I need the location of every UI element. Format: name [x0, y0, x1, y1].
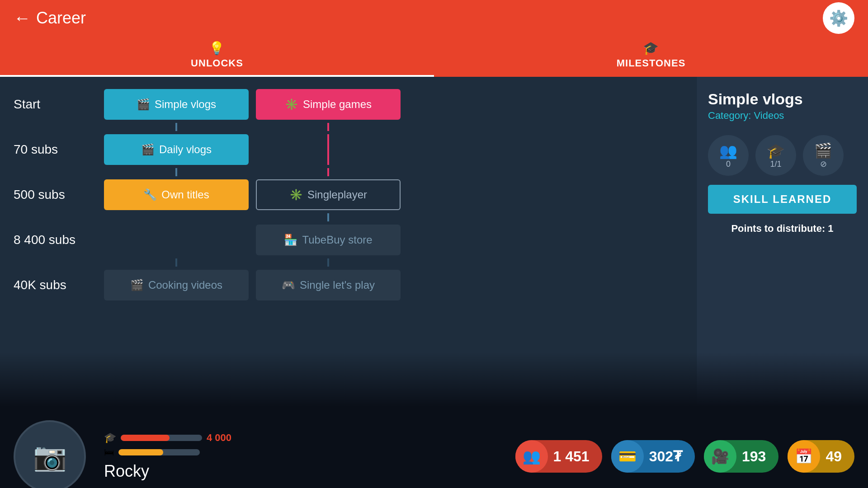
- skill-single-lets-play[interactable]: 🎮 Single let's play: [256, 270, 401, 300]
- cooking-icon: 🎬: [130, 279, 144, 291]
- tab-milestones-label: MILESTONES: [617, 57, 686, 69]
- tree-row-start: Start 🎬 Simple vlogs ✳️ Simple games: [14, 86, 683, 123]
- stat-views: 🎥 193: [704, 440, 778, 473]
- money-value: 302₮: [649, 448, 682, 465]
- own-titles-icon: 🔧: [143, 188, 157, 201]
- panel-header: Simple vlogs Category: Videos: [708, 90, 857, 122]
- row-label-8400subs: 8 400 subs: [14, 233, 104, 247]
- skill-simple-vlogs[interactable]: 🎬 Simple vlogs: [104, 89, 249, 120]
- avatar: 📷: [14, 420, 86, 488]
- money-icon: 💳: [618, 448, 637, 465]
- days-value: 49: [826, 448, 842, 465]
- connector-v-3: [327, 213, 329, 221]
- row-cells-8400subs: 🏪 TubeBuy store: [104, 225, 683, 255]
- cap-count: 1/1: [770, 160, 781, 169]
- row-cells-500subs: 🔧 Own titles ✳️ Singleplayer: [104, 179, 683, 210]
- simple-games-label: Simple games: [303, 98, 372, 111]
- bottom-bar: 📷 🎓 4 000 🛏 Rocky 👥 1 451: [0, 425, 868, 488]
- row-label-70subs: 70 subs: [14, 142, 104, 157]
- panel-icon-users[interactable]: 👥 0: [708, 135, 749, 176]
- skill-tubebuy[interactable]: 🏪 TubeBuy store: [256, 225, 401, 255]
- daily-vlogs-label: Daily vlogs: [159, 143, 212, 156]
- subs-icon-circle: 👥: [515, 440, 548, 473]
- views-value: 193: [742, 448, 766, 465]
- stats-row: 👥 1 451 💳 302₮ 🎥 193 📅 49: [515, 440, 854, 473]
- row-cells-40ksubs: 🎬 Cooking videos 🎮 Single let's play: [104, 270, 683, 300]
- xp-bar-track: [121, 435, 202, 441]
- cooking-label: Cooking videos: [148, 279, 222, 291]
- connector-v-1: [175, 123, 177, 131]
- connector-v-4a: [175, 258, 177, 267]
- panel-icon-film[interactable]: 🎬 ⊘: [803, 135, 844, 176]
- simple-games-icon: ✳️: [285, 98, 298, 111]
- xp-icon: 🎓: [104, 432, 116, 444]
- skill-singleplayer[interactable]: ✳️ Singleplayer: [256, 179, 401, 210]
- users-count: 0: [726, 160, 731, 169]
- days-icon-circle: 📅: [788, 440, 820, 473]
- row-cells-start: 🎬 Simple vlogs ✳️ Simple games: [104, 89, 683, 120]
- header-back[interactable]: ← Career: [14, 9, 86, 28]
- stat-subs: 👥 1 451: [515, 440, 602, 473]
- tab-unlocks-label: UNLOCKS: [191, 57, 243, 69]
- coins-bar-track: [118, 449, 200, 455]
- header: ← Career ⚙️ 💡 UNLOCKS 🎓 MILESTONES: [0, 0, 868, 77]
- user-info: 🎓 4 000 🛏 Rocky: [104, 432, 231, 481]
- users-icon: 👥: [719, 142, 737, 160]
- back-arrow-icon[interactable]: ←: [14, 9, 31, 28]
- tree-row-500subs: 500 subs 🔧 Own titles ✳️ Singleplayer: [14, 176, 683, 213]
- connector-v-pink-1: [327, 123, 329, 131]
- panel-icons: 👥 0 🎓 1/1 🎬 ⊘: [708, 135, 857, 176]
- simple-vlogs-label: Simple vlogs: [155, 98, 216, 111]
- simple-vlogs-icon: 🎬: [137, 98, 150, 111]
- points-text: Points to distribute: 1: [708, 223, 857, 235]
- money-icon-circle: 💳: [611, 440, 644, 473]
- cap-icon: 🎓: [767, 142, 785, 160]
- page-title: Career: [36, 9, 86, 28]
- row-cells-70subs: 🎬 Daily vlogs: [104, 134, 683, 165]
- singleplayer-icon: ✳️: [289, 188, 303, 201]
- views-icon: 🎥: [711, 448, 729, 465]
- tubebuy-icon: 🏪: [284, 234, 297, 246]
- subs-icon: 👥: [523, 448, 541, 465]
- skill-cooking[interactable]: 🎬 Cooking videos: [104, 270, 249, 300]
- film-icon: 🎬: [814, 142, 832, 159]
- user-bars: 🎓 4 000 🛏: [104, 432, 231, 458]
- pink-column-spacer: [256, 134, 401, 165]
- connector-v-4b: [327, 258, 329, 267]
- tree-row-70subs: 70 subs 🎬 Daily vlogs: [14, 131, 683, 168]
- stat-money: 💳 302₮: [611, 440, 695, 473]
- tubebuy-label: TubeBuy store: [302, 234, 372, 246]
- own-titles-label: Own titles: [161, 188, 209, 201]
- settings-button[interactable]: ⚙️: [823, 2, 854, 34]
- coins-icon: 🛏: [104, 446, 114, 458]
- connector-v-2: [175, 168, 177, 176]
- connector-v-pink-2: [327, 134, 329, 165]
- skill-learned-button[interactable]: SKILL LEARNED: [708, 185, 857, 214]
- connector-row-3: [104, 213, 683, 221]
- skill-own-titles[interactable]: 🔧 Own titles: [104, 179, 249, 210]
- stat-days: 📅 49: [788, 440, 854, 473]
- connector-row-1: [104, 123, 683, 131]
- unlocks-icon: 💡: [209, 41, 225, 56]
- header-top: ← Career ⚙️: [0, 0, 868, 36]
- panel-title: Simple vlogs: [708, 90, 857, 108]
- daily-vlogs-icon: 🎬: [141, 143, 155, 156]
- tab-unlocks[interactable]: 💡 UNLOCKS: [0, 36, 434, 77]
- tab-milestones[interactable]: 🎓 MILESTONES: [434, 36, 868, 77]
- header-tabs: 💡 UNLOCKS 🎓 MILESTONES: [0, 36, 868, 77]
- tree-row-8400subs: 8 400 subs 🏪 TubeBuy store: [14, 221, 683, 258]
- singleplayer-label: Singleplayer: [307, 188, 367, 201]
- single-lets-play-label: Single let's play: [300, 279, 375, 291]
- coins-bar-row: 🛏: [104, 446, 231, 458]
- panel-icon-cap[interactable]: 🎓 1/1: [755, 135, 796, 176]
- username: Rocky: [104, 462, 231, 481]
- tree-container: Start 🎬 Simple vlogs ✳️ Simple games: [14, 86, 683, 304]
- xp-value: 4 000: [207, 432, 231, 444]
- connector-row-4: [104, 258, 683, 267]
- xp-bar-fill: [121, 435, 170, 441]
- views-icon-circle: 🎥: [704, 440, 736, 473]
- single-lets-play-icon: 🎮: [282, 279, 295, 291]
- subs-value: 1 451: [553, 448, 590, 465]
- skill-simple-games[interactable]: ✳️ Simple games: [256, 89, 401, 120]
- skill-daily-vlogs[interactable]: 🎬 Daily vlogs: [104, 134, 249, 165]
